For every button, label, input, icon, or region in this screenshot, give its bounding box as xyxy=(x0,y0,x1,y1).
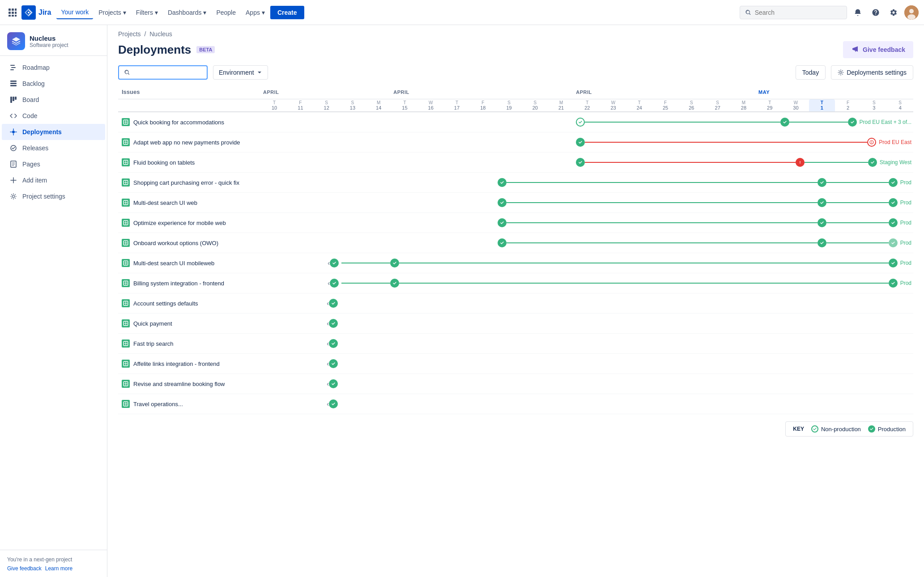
gantt-deployment-cell: Prod xyxy=(496,233,913,253)
settings-icon[interactable] xyxy=(886,5,901,20)
sidebar-label-board: Board xyxy=(22,96,39,103)
sidebar-project[interactable]: Nucleus Software project xyxy=(0,25,107,56)
prod-icon xyxy=(868,425,875,433)
table-row[interactable]: Adapt web app no new payments provide xyxy=(118,132,913,153)
sidebar-item-backlog[interactable]: Backlog xyxy=(2,76,105,92)
issue-icon xyxy=(122,239,130,247)
gantt-body: Quick booking for accommodations xyxy=(118,112,913,414)
nav-dashboards[interactable]: Dashboards ▾ xyxy=(163,6,211,19)
top-navigation: Jira Your work Projects ▾ Filters ▾ Dash… xyxy=(0,0,924,25)
notifications-icon[interactable] xyxy=(851,5,865,20)
nav-projects[interactable]: Projects ▾ xyxy=(94,6,131,19)
svg-rect-8 xyxy=(15,15,17,17)
day-20: S20 xyxy=(522,99,548,112)
issue-icon xyxy=(122,259,130,267)
gantt-cell: ‹ xyxy=(261,293,340,314)
gantt-cell: ‹ xyxy=(261,354,340,374)
sidebar-label-releases: Releases xyxy=(22,144,48,152)
table-row[interactable]: Shopping cart purchasing error - quick f… xyxy=(118,173,913,193)
gantt-wrapper: Issues APRIL APRIL APRIL MAY T10 F11 xyxy=(107,85,924,577)
help-icon[interactable] xyxy=(869,5,883,20)
day-19: S19 xyxy=(496,99,522,112)
sidebar-item-add[interactable]: Add item xyxy=(2,172,105,188)
gantt-cell xyxy=(340,334,913,354)
nonprod-icon xyxy=(811,425,818,433)
issue-icon xyxy=(122,158,130,166)
gantt-cell xyxy=(340,354,913,374)
table-row[interactable]: Quick payment ‹ xyxy=(118,314,913,334)
nav-filters[interactable]: Filters ▾ xyxy=(132,6,162,19)
sidebar-item-roadmap[interactable]: Roadmap xyxy=(2,59,105,76)
search-icon xyxy=(745,9,751,16)
table-row[interactable]: Travel operations... ‹ xyxy=(118,394,913,414)
issue-search-icon xyxy=(124,69,130,76)
sidebar-item-releases[interactable]: Releases xyxy=(2,140,105,156)
svg-rect-20 xyxy=(13,97,14,101)
day-24: T24 xyxy=(626,99,652,112)
table-row[interactable]: Fast trip search ‹ xyxy=(118,334,913,354)
table-row[interactable]: Onboard workout options (OWO) xyxy=(118,233,913,253)
table-row[interactable]: Multi-dest search UI mobileweb ‹ xyxy=(118,253,913,273)
gantt-deployment-cell: Prod EU East + 3 of... xyxy=(574,112,913,132)
search-box[interactable] xyxy=(740,6,847,19)
gantt-cell: ‹ xyxy=(261,253,340,273)
table-row[interactable]: Account settings defaults ‹ xyxy=(118,293,913,314)
sidebar-item-code[interactable]: Code xyxy=(2,108,105,124)
nav-people[interactable]: People xyxy=(212,6,240,19)
day-14: M14 xyxy=(366,99,392,112)
table-row[interactable]: Billing system integration - frontend ‹ xyxy=(118,273,913,293)
table-row[interactable]: Optimize experience for mobile web xyxy=(118,213,913,233)
gantt-cell xyxy=(340,293,913,314)
add-icon xyxy=(9,176,18,185)
nav-apps[interactable]: Apps ▾ xyxy=(241,6,269,19)
sidebar-item-pages[interactable]: Pages xyxy=(2,156,105,172)
search-input[interactable] xyxy=(755,9,841,16)
table-row[interactable]: Fluid booking on tablets xyxy=(118,153,913,173)
sidebar-label-pages: Pages xyxy=(22,161,40,168)
breadcrumb-sep: / xyxy=(144,30,148,38)
issue-name: Revise and streamline booking flow xyxy=(133,381,225,387)
issue-search-input[interactable] xyxy=(133,69,201,76)
footer-give-feedback-link[interactable]: Give feedback xyxy=(7,565,42,572)
issue-search-box[interactable] xyxy=(118,65,208,80)
breadcrumb-projects[interactable]: Projects xyxy=(118,30,141,38)
breadcrumb-nucleus[interactable]: Nucleus xyxy=(149,30,172,38)
table-row[interactable]: Affelite links integration - frontend ‹ xyxy=(118,354,913,374)
issue-name: Fluid booking on tablets xyxy=(133,159,195,166)
user-avatar[interactable] xyxy=(904,5,919,20)
gantt-cell: ‹ xyxy=(261,394,340,414)
gantt-cell xyxy=(261,213,496,233)
day-27: S27 xyxy=(705,99,731,112)
issues-col-spacer xyxy=(118,99,261,112)
today-button[interactable]: Today xyxy=(796,65,826,80)
nav-your-work[interactable]: Your work xyxy=(56,6,93,19)
table-row[interactable]: Multi-dest search UI web xyxy=(118,193,913,213)
sidebar-item-board[interactable]: Board xyxy=(2,92,105,108)
issue-name: Onboard workout options (OWO) xyxy=(133,240,218,246)
footer-learn-more-link[interactable]: Learn more xyxy=(45,565,72,572)
gantt-deployment-cell: Staging West xyxy=(574,153,913,173)
main-content: Projects / Nucleus Deployments BETA Give… xyxy=(107,25,924,577)
issue-icon xyxy=(122,279,130,287)
table-row[interactable]: Revise and streamline booking flow ‹ xyxy=(118,374,913,394)
day-22: T22 xyxy=(574,99,600,112)
page-title: Deployments xyxy=(118,43,191,57)
day-30: W30 xyxy=(783,99,809,112)
jira-logo[interactable]: Jira xyxy=(21,5,51,20)
gantt-cell xyxy=(261,233,496,253)
chevron-down-icon xyxy=(257,70,262,75)
table-row[interactable]: Quick booking for accommodations xyxy=(118,112,913,132)
environment-dropdown[interactable]: Environment xyxy=(213,65,268,80)
deployments-settings-button[interactable]: Deployments settings xyxy=(831,65,913,80)
sidebar-item-project-settings[interactable]: Project settings xyxy=(2,188,105,204)
main-layout: Nucleus Software project Roadmap Backlog xyxy=(0,25,924,577)
gantt-table: Issues APRIL APRIL APRIL MAY T10 F11 xyxy=(118,85,913,414)
day-13: S13 xyxy=(340,99,366,112)
day-3: S3 xyxy=(861,99,887,112)
svg-rect-1 xyxy=(12,8,14,11)
sidebar-item-deployments[interactable]: Deployments xyxy=(2,124,105,140)
gantt-cell xyxy=(340,374,913,394)
create-button[interactable]: Create xyxy=(270,6,304,19)
give-feedback-button[interactable]: Give feedback xyxy=(843,41,913,58)
grid-menu-icon[interactable] xyxy=(5,5,20,20)
